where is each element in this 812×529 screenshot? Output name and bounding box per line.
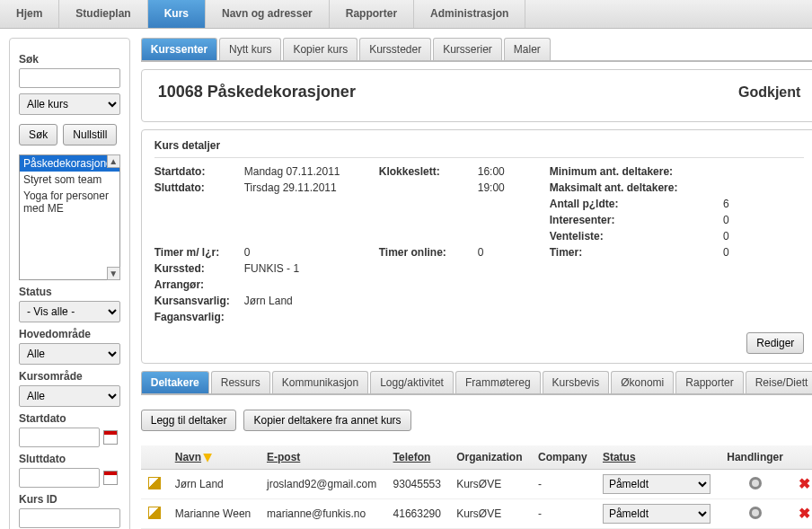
row-status-select[interactable]: Påmeldt [603, 504, 710, 524]
tab-kurssteder[interactable]: Kurssteder [359, 38, 431, 60]
nav-home[interactable]: Hjem [0, 0, 59, 28]
cell-email: marianne@funkis.no [260, 499, 386, 529]
tab-frammote[interactable]: Frammøtereg [455, 371, 541, 393]
table-row: Jørn Land jrosland92@gmail.com 93045553 … [141, 470, 812, 499]
cell-company: - [531, 499, 596, 529]
reset-button[interactable]: Nullstill [63, 124, 117, 145]
min-participants-label: Minimum ant. deltakere: [550, 165, 702, 178]
calendar-icon[interactable] [103, 430, 118, 445]
details-header: Kurs detaljer [154, 139, 805, 158]
search-scope-select[interactable]: Alle kurs [19, 93, 120, 115]
max-participants-value [702, 181, 729, 194]
tab-reise[interactable]: Reise/Diett [746, 371, 812, 393]
status-select[interactable]: - Vis alle - [19, 301, 120, 322]
top-nav: Hjem Studieplan Kurs Navn og adresser Ra… [0, 0, 812, 29]
cell-org: KursØVE [449, 499, 531, 529]
tab-ressurs[interactable]: Ressurs [211, 371, 270, 393]
interested-value: 0 [702, 214, 729, 226]
scroll-down-icon[interactable]: ▼ [107, 267, 120, 280]
nav-reports[interactable]: Rapporter [330, 0, 414, 28]
list-item[interactable]: Yoga for personer med ME [20, 188, 119, 216]
min-participants-value [702, 165, 729, 178]
search-input[interactable] [19, 68, 120, 88]
delete-icon[interactable]: ✖ [799, 478, 810, 490]
col-company[interactable]: Company [531, 445, 596, 470]
edit-button[interactable]: Rediger [746, 332, 804, 354]
content-area: Kurssenter Nytt kurs Kopier kurs Kursste… [141, 38, 812, 529]
main-area-select[interactable]: Alle [19, 343, 120, 365]
course-status: Godkjent [738, 84, 800, 101]
course-area-label: Kursområde [19, 370, 120, 383]
main-area-label: Hovedområde [19, 328, 120, 340]
tab-kommunikasjon[interactable]: Kommunikasjon [272, 371, 368, 393]
table-row: Marianne Ween marianne@funkis.no 4166329… [141, 499, 812, 529]
col-phone[interactable]: Telefon [386, 445, 450, 470]
edit-row-icon[interactable] [148, 507, 161, 519]
max-participants-label: Maksimalt ant. deltakere: [550, 181, 702, 194]
hours-online-value: 0 [478, 246, 550, 259]
participants-table: Navn E-post Telefon Organization Company… [141, 445, 812, 529]
col-org[interactable]: Organization [449, 445, 531, 470]
cell-name: Marianne Ween [168, 499, 260, 529]
organizer-label: Arrangør: [154, 278, 244, 291]
tab-rapporter[interactable]: Rapporter [675, 371, 743, 393]
end-date-label: Sluttdato [19, 453, 120, 465]
tab-kursbevis[interactable]: Kursbevis [543, 371, 610, 393]
clock-label: Klokkeslett: [379, 165, 478, 178]
start-date-input[interactable] [19, 428, 100, 447]
cell-org: KursØVE [449, 470, 531, 499]
tab-deltakere[interactable]: Deltakere [141, 371, 209, 393]
hours-label: Timer: [550, 246, 702, 259]
tab-okonomi[interactable]: Økonomi [611, 371, 674, 393]
hours-online-label: Timer online: [379, 246, 478, 259]
col-email[interactable]: E-post [260, 445, 386, 470]
location-value: FUNKIS - 1 [244, 262, 379, 275]
col-status[interactable]: Status [596, 445, 719, 470]
course-id-input[interactable] [19, 508, 120, 528]
nav-kurs[interactable]: Kurs [148, 0, 206, 28]
col-name[interactable]: Navn [168, 445, 260, 470]
calendar-icon[interactable] [103, 471, 118, 485]
start-date-label: Startdato [19, 412, 120, 425]
end-date-label: Sluttdato: [154, 181, 244, 194]
tab-kurssenter[interactable]: Kurssenter [141, 38, 217, 60]
add-participant-button[interactable]: Legg til deltaker [141, 410, 237, 431]
course-area-select[interactable]: Alle [19, 385, 120, 407]
participant-subtabs: Deltakere Ressurs Kommunikasjon Logg/akt… [141, 371, 812, 395]
subject-responsible-label: Fagansvarlig: [154, 311, 244, 323]
waitlist-label: Venteliste: [550, 230, 702, 242]
list-item[interactable]: Styret som team [20, 172, 119, 188]
nav-names[interactable]: Navn og adresser [206, 0, 330, 28]
enrolled-label: Antall p¿ldte: [550, 198, 702, 210]
delete-icon[interactable]: ✖ [799, 507, 810, 520]
interested-label: Interesenter: [550, 214, 702, 226]
cell-name: Jørn Land [168, 470, 260, 499]
scroll-up-icon[interactable]: ▲ [107, 154, 120, 168]
cell-phone: 41663290 [386, 499, 450, 529]
tab-kopier-kurs[interactable]: Kopier kurs [283, 38, 357, 60]
nav-admin[interactable]: Administrasjon [414, 0, 525, 28]
edit-row-icon[interactable] [148, 477, 161, 489]
end-date-input[interactable] [19, 468, 100, 488]
organizer-value [244, 278, 379, 291]
responsible-label: Kursansvarlig: [154, 295, 244, 307]
nav-studieplan[interactable]: Studieplan [59, 0, 147, 28]
sort-desc-icon [203, 454, 212, 463]
copy-participants-button[interactable]: Kopier deltakere fra annet kurs [243, 410, 410, 431]
tab-kursserier[interactable]: Kursserier [433, 38, 502, 60]
search-button[interactable]: Søk [19, 124, 57, 145]
cell-company: - [531, 470, 596, 499]
list-item[interactable]: Påskedekorasjoner [20, 155, 119, 172]
gear-icon[interactable] [749, 477, 762, 489]
end-date-value: Tirsdag 29.11.2011 [244, 181, 379, 194]
tab-nytt-kurs[interactable]: Nytt kurs [219, 38, 281, 60]
row-status-select[interactable]: Påmeldt [603, 474, 710, 494]
gear-icon[interactable] [749, 507, 762, 519]
hours-teacher-label: Timer m/ l¿r: [154, 246, 244, 259]
tab-logg[interactable]: Logg/aktivitet [370, 371, 454, 393]
course-listbox[interactable]: Påskedekorasjoner Styret som team Yoga f… [19, 154, 120, 280]
tab-maler[interactable]: Maler [504, 38, 551, 60]
search-label: Søk [19, 53, 120, 66]
start-date-value: Mandag 07.11.2011 [244, 165, 379, 178]
responsible-value: Jørn Land [244, 295, 379, 307]
